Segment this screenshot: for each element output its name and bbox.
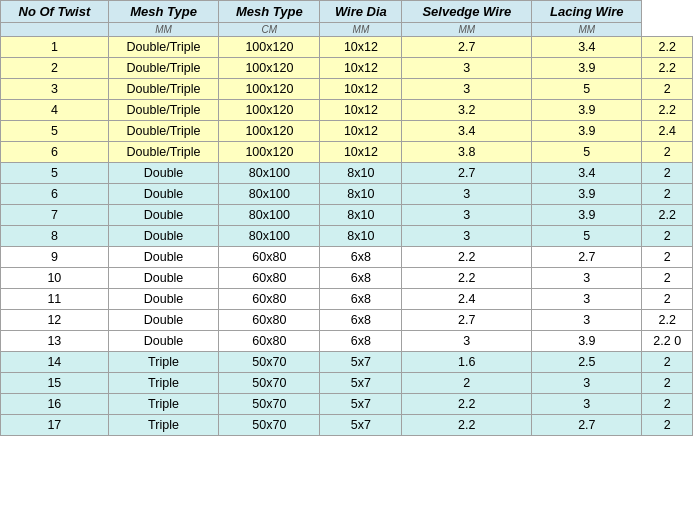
table-row: 16Triple50x705x72.232 [1,394,693,415]
row-mesh-mm: 50x70 [219,352,320,373]
row-twist: Double/Triple [108,37,219,58]
row-num: 3 [1,79,109,100]
row-lacing: 2.2 [642,100,693,121]
row-mesh-mm: 100x120 [219,121,320,142]
row-num: 17 [1,415,109,436]
row-mesh-mm: 60x80 [219,289,320,310]
row-twist: Double [108,268,219,289]
row-selvedge: 3.9 [532,205,642,226]
row-num: 9 [1,247,109,268]
row-wire-dia: 1.6 [402,352,532,373]
row-lacing: 2 [642,184,693,205]
row-wire-dia: 2 [402,373,532,394]
row-selvedge: 2.7 [532,247,642,268]
row-num: 5 [1,121,109,142]
table-row: 11Double60x806x82.432 [1,289,693,310]
unit-selvedge: MM [402,23,532,37]
row-wire-dia: 3 [402,79,532,100]
row-mesh-mm: 100x120 [219,79,320,100]
row-num: 13 [1,331,109,352]
main-table: No Of Twist Mesh Type Mesh Type Wire Dia… [0,0,693,436]
row-selvedge: 5 [532,79,642,100]
row-mesh-mm: 100x120 [219,58,320,79]
row-mesh-mm: 50x70 [219,394,320,415]
row-wire-dia: 2.2 [402,415,532,436]
row-mesh-cm: 8x10 [320,163,402,184]
row-num: 7 [1,205,109,226]
row-selvedge: 3.9 [532,100,642,121]
row-lacing: 2 [642,247,693,268]
row-mesh-mm: 80x100 [219,205,320,226]
row-twist: Double [108,184,219,205]
table-row: 13Double60x806x833.92.2 0 [1,331,693,352]
row-num: 10 [1,268,109,289]
row-selvedge: 3.9 [532,58,642,79]
row-wire-dia: 3 [402,58,532,79]
row-selvedge: 5 [532,226,642,247]
row-mesh-cm: 8x10 [320,205,402,226]
row-mesh-cm: 10x12 [320,37,402,58]
row-num: 8 [1,226,109,247]
row-mesh-mm: 50x70 [219,373,320,394]
table-row: 5Double/Triple100x12010x123.43.92.4 [1,121,693,142]
row-selvedge: 3.4 [532,163,642,184]
row-twist: Double [108,310,219,331]
row-wire-dia: 3.8 [402,142,532,163]
row-mesh-cm: 5x7 [320,373,402,394]
unit-twist [1,23,109,37]
col-header-lacing: Lacing Wire [532,1,642,23]
row-mesh-mm: 80x100 [219,184,320,205]
table-row: 12Double60x806x82.732.2 [1,310,693,331]
row-mesh-mm: 80x100 [219,226,320,247]
row-mesh-cm: 10x12 [320,121,402,142]
row-num: 6 [1,142,109,163]
row-twist: Double/Triple [108,142,219,163]
table-row: 6Double80x1008x1033.92 [1,184,693,205]
row-twist: Double [108,331,219,352]
row-wire-dia: 2.7 [402,37,532,58]
row-mesh-cm: 6x8 [320,289,402,310]
row-lacing: 2.2 [642,37,693,58]
table-row: 4Double/Triple100x12010x123.23.92.2 [1,100,693,121]
row-lacing: 2 [642,163,693,184]
row-mesh-cm: 6x8 [320,268,402,289]
row-twist: Double [108,289,219,310]
unit-mesh-mm: MM [108,23,219,37]
row-twist: Double/Triple [108,58,219,79]
row-lacing: 2 [642,268,693,289]
row-mesh-mm: 60x80 [219,331,320,352]
row-selvedge: 3 [532,268,642,289]
row-mesh-mm: 60x80 [219,247,320,268]
row-num: 12 [1,310,109,331]
row-selvedge: 3.4 [532,37,642,58]
row-wire-dia: 2.7 [402,163,532,184]
row-num: 11 [1,289,109,310]
row-twist: Double [108,226,219,247]
row-mesh-cm: 5x7 [320,394,402,415]
row-mesh-cm: 6x8 [320,331,402,352]
col-header-mesh-type-1: Mesh Type [108,1,219,23]
row-twist: Double [108,163,219,184]
row-twist: Triple [108,352,219,373]
row-lacing: 2 [642,394,693,415]
row-num: 6 [1,184,109,205]
row-selvedge: 3 [532,310,642,331]
row-selvedge: 3.9 [532,121,642,142]
table-row: 5Double80x1008x102.73.42 [1,163,693,184]
row-mesh-cm: 5x7 [320,352,402,373]
row-lacing: 2.2 0 [642,331,693,352]
row-twist: Double [108,247,219,268]
row-lacing: 2 [642,142,693,163]
row-mesh-cm: 8x10 [320,226,402,247]
row-selvedge: 3 [532,289,642,310]
row-lacing: 2.2 [642,310,693,331]
row-wire-dia: 3 [402,226,532,247]
row-twist: Double/Triple [108,79,219,100]
row-twist: Triple [108,394,219,415]
table-row: 8Double80x1008x10352 [1,226,693,247]
row-mesh-cm: 6x8 [320,310,402,331]
row-twist: Triple [108,373,219,394]
row-wire-dia: 2.7 [402,310,532,331]
row-mesh-mm: 60x80 [219,268,320,289]
table-row: 17Triple50x705x72.22.72 [1,415,693,436]
